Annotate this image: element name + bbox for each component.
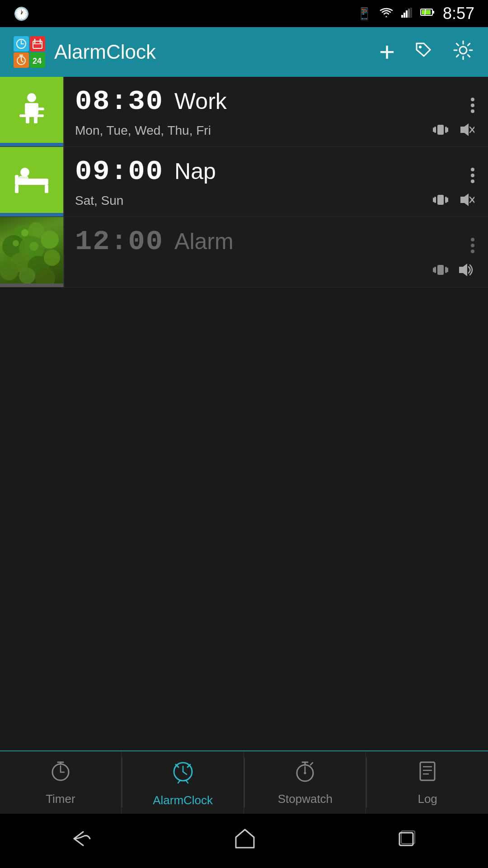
alarm-item-alarm[interactable]: 12:00 Alarm: [0, 217, 488, 288]
alarm-alarm-bottom: [64, 258, 488, 287]
alarm-nap-bottom: Sat, Sun: [64, 188, 488, 217]
svg-rect-25: [19, 114, 44, 117]
add-alarm-button[interactable]: +: [379, 38, 395, 66]
svg-rect-68: [445, 267, 447, 273]
vibrate-icon-alarm: [432, 261, 449, 280]
svg-point-63: [21, 229, 28, 236]
svg-rect-45: [434, 197, 436, 203]
alarm-item-work[interactable]: 08:30 Work Mon, Tue, Wed, Thu, Fri: [0, 77, 488, 147]
sound-on-icon-alarm: [457, 261, 474, 280]
app-title: AlarmClock: [54, 41, 370, 63]
svg-point-22: [460, 47, 467, 54]
alarm-work-inner: 08:30 Work Mon, Tue, Wed, Thu, Fri: [64, 77, 488, 146]
alarm-status-icon: 🕐: [14, 6, 29, 21]
vibrate-icon-work: [432, 121, 449, 140]
system-nav: [0, 814, 488, 868]
alarmclock-nav-icon: [170, 758, 196, 790]
nav-stopwatch[interactable]: Stopwatch: [245, 751, 366, 814]
alarm-work-main: 08:30 Work: [64, 77, 488, 118]
svg-rect-70: [447, 268, 448, 272]
nav-timer[interactable]: Timer: [0, 751, 122, 814]
svg-rect-46: [445, 197, 447, 203]
nav-stopwatch-label: Stopwatch: [278, 792, 333, 806]
status-bar-right: 📱 8:57: [357, 4, 474, 23]
svg-rect-4: [410, 8, 412, 18]
svg-point-86: [304, 772, 306, 774]
svg-line-82: [178, 781, 180, 783]
back-button[interactable]: [70, 830, 94, 852]
svg-marker-49: [461, 194, 468, 205]
app-bar: 24 AlarmClock +: [0, 27, 488, 77]
svg-rect-44: [437, 195, 444, 205]
nav-alarmclock-label: AlarmClock: [153, 793, 213, 807]
sound-muted-icon-nap: [457, 191, 474, 210]
svg-point-64: [29, 242, 38, 251]
svg-rect-6: [432, 11, 434, 14]
svg-point-59: [44, 250, 60, 266]
svg-rect-32: [433, 127, 434, 132]
status-bar-left: 🕐: [14, 6, 29, 21]
alarm-menu-work[interactable]: [466, 93, 479, 118]
alarm-list: 08:30 Work Mon, Tue, Wed, Thu, Fri: [0, 77, 488, 288]
home-button[interactable]: [234, 827, 256, 854]
svg-point-60: [0, 262, 18, 280]
svg-line-8: [425, 9, 426, 16]
svg-point-61: [19, 268, 35, 283]
svg-rect-41: [15, 175, 19, 185]
svg-rect-47: [433, 198, 434, 202]
alarm-menu-nap[interactable]: [466, 163, 479, 188]
status-bar: 🕐 📱: [0, 0, 488, 27]
svg-rect-33: [447, 127, 448, 132]
svg-rect-28: [36, 108, 44, 110]
nav-alarmclock[interactable]: AlarmClock: [122, 751, 244, 814]
status-time: 8:57: [443, 4, 474, 23]
svg-line-18: [21, 61, 23, 62]
svg-rect-0: [401, 15, 403, 18]
svg-point-37: [20, 168, 29, 177]
alarm-menu-alarm[interactable]: [466, 233, 479, 258]
signal-icon: [401, 7, 412, 21]
vibrate-icon-nap: [432, 191, 449, 210]
tag-button[interactable]: [413, 40, 434, 64]
svg-point-23: [27, 93, 36, 102]
alarm-time-work: 08:30: [75, 85, 164, 118]
nav-log[interactable]: Log: [367, 751, 488, 814]
settings-button[interactable]: [452, 39, 474, 65]
app-icon: 24: [14, 36, 45, 68]
battery-icon: [420, 8, 435, 19]
svg-rect-48: [447, 198, 448, 202]
svg-point-21: [419, 46, 422, 48]
sound-muted-icon-work: [457, 121, 474, 140]
alarm-days-nap: Sat, Sun: [75, 193, 123, 208]
recent-button[interactable]: [396, 827, 418, 854]
svg-rect-69: [433, 268, 434, 272]
svg-rect-2: [406, 10, 408, 18]
app-icon-cell-2: [30, 36, 45, 52]
svg-rect-30: [434, 127, 436, 133]
app-icon-cell-4: 24: [30, 52, 45, 68]
svg-rect-29: [437, 125, 444, 135]
svg-rect-1: [404, 13, 405, 18]
log-nav-icon: [416, 760, 439, 788]
svg-rect-43: [20, 179, 43, 184]
alarm-thumb-work: [0, 77, 63, 146]
svg-line-89: [310, 763, 313, 765]
svg-rect-3: [408, 9, 410, 18]
alarm-item-nap[interactable]: 09:00 Nap Sat, Sun: [0, 147, 488, 217]
alarm-name-nap: Nap: [174, 158, 466, 184]
alarm-name-work: Work: [174, 88, 466, 114]
app-bar-actions: +: [379, 38, 474, 66]
svg-point-56: [41, 231, 59, 249]
nav-log-label: Log: [418, 792, 437, 806]
alarm-work-bottom: Mon, Tue, Wed, Thu, Fri: [64, 118, 488, 146]
app-icon-cell-1: [14, 36, 29, 52]
svg-text:24: 24: [33, 57, 42, 66]
svg-line-83: [186, 781, 188, 783]
svg-rect-67: [434, 267, 436, 273]
svg-rect-39: [15, 185, 19, 193]
svg-rect-66: [437, 265, 444, 275]
svg-rect-7: [422, 10, 431, 14]
svg-line-79: [183, 772, 187, 774]
svg-rect-31: [445, 127, 447, 133]
svg-point-65: [13, 240, 19, 246]
